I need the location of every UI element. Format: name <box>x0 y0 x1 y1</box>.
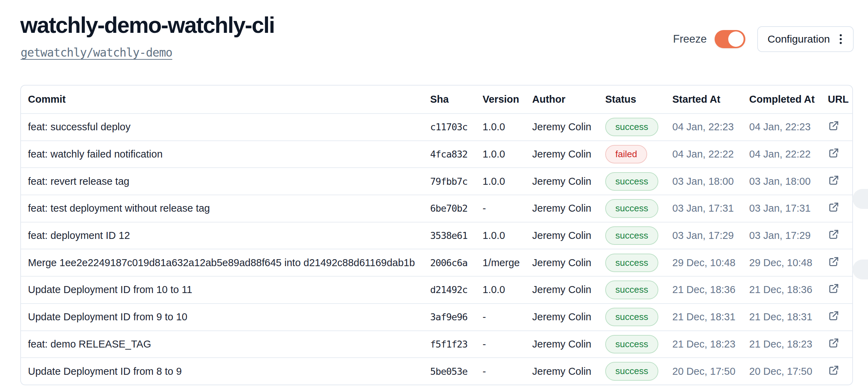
status-badge: success <box>605 254 658 272</box>
url-cell <box>828 120 852 134</box>
version-cell: - <box>483 366 532 377</box>
sha-cell: f5f1f23 <box>430 339 483 350</box>
status-badge: success <box>605 362 658 380</box>
completed-at-cell: 21 Dec, 18:23 <box>749 338 828 350</box>
configuration-button[interactable]: Configuration <box>757 26 854 52</box>
author-cell: Jeremy Colin <box>532 257 605 269</box>
status-cell: success <box>605 199 672 218</box>
completed-at-cell: 04 Jan, 22:23 <box>749 121 828 133</box>
status-cell: success <box>605 280 672 299</box>
external-link-icon <box>828 283 840 294</box>
version-cell: 1.0.0 <box>483 176 532 187</box>
commit-cell: Merge 1ee2e2249187c019d81a632a12ab5e89ad… <box>21 257 430 269</box>
url-cell <box>828 228 852 243</box>
author-cell: Jeremy Colin <box>532 230 605 241</box>
author-cell: Jeremy Colin <box>532 338 605 350</box>
completed-at-cell: 21 Dec, 18:36 <box>749 284 828 295</box>
external-link[interactable] <box>828 201 840 213</box>
commit-cell: Update Deployment ID from 8 to 9 <box>21 366 430 377</box>
completed-at-cell: 29 Dec, 10:48 <box>749 257 828 269</box>
started-at-cell: 21 Dec, 18:31 <box>672 311 749 323</box>
external-link-icon <box>828 256 840 268</box>
started-at-cell: 21 Dec, 18:23 <box>672 338 749 350</box>
floating-edge-tab[interactable] <box>853 260 868 279</box>
repo-link[interactable]: getwatchly/watchly-demo <box>21 46 172 59</box>
started-at-cell: 04 Jan, 22:22 <box>672 148 749 160</box>
table-row: Update Deployment ID from 9 to 103af9e96… <box>21 304 852 331</box>
external-link[interactable] <box>828 228 840 240</box>
version-cell: 1.0.0 <box>483 148 532 160</box>
sha-cell: 6be70b2 <box>430 203 483 214</box>
status-badge: success <box>605 226 658 245</box>
column-header-started-at: Started At <box>672 94 749 105</box>
freeze-toggle[interactable] <box>715 30 745 48</box>
freeze-label: Freeze <box>673 33 707 45</box>
commit-cell: Update Deployment ID from 9 to 10 <box>21 311 430 323</box>
status-badge: success <box>605 308 658 326</box>
url-cell <box>828 201 852 216</box>
header-controls: Freeze Configuration <box>673 26 854 52</box>
external-link[interactable] <box>828 364 840 376</box>
version-cell: 1.0.0 <box>483 284 532 295</box>
author-cell: Jeremy Colin <box>532 121 605 133</box>
column-header-version: Version <box>483 94 532 105</box>
table-body: feat: successful deployc11703c1.0.0Jerem… <box>21 114 852 385</box>
external-link[interactable] <box>828 147 840 159</box>
status-cell: success <box>605 335 672 353</box>
external-link-icon <box>828 364 840 376</box>
version-cell: - <box>483 338 532 350</box>
completed-at-cell: 04 Jan, 22:22 <box>749 148 828 160</box>
version-cell: 1.0.0 <box>483 230 532 241</box>
status-cell: failed <box>605 145 672 163</box>
external-link[interactable] <box>828 337 840 349</box>
started-at-cell: 03 Jan, 17:31 <box>672 203 749 214</box>
table-row: Update Deployment ID from 10 to 11d21492… <box>21 277 852 304</box>
status-badge: success <box>605 118 658 136</box>
status-cell: success <box>605 118 672 136</box>
status-badge: failed <box>605 145 647 163</box>
configuration-label: Configuration <box>768 33 830 45</box>
version-cell: 1/merge <box>483 257 532 269</box>
sha-cell: c11703c <box>430 122 483 132</box>
external-link-icon <box>828 337 840 349</box>
commit-cell: feat: revert release tag <box>21 176 430 187</box>
sha-cell: 4fca832 <box>430 149 483 160</box>
url-cell <box>828 283 852 297</box>
sha-cell: 3538e61 <box>430 230 483 241</box>
version-cell: 1.0.0 <box>483 121 532 133</box>
external-link-icon <box>828 174 840 186</box>
url-cell <box>828 147 852 161</box>
author-cell: Jeremy Colin <box>532 203 605 214</box>
author-cell: Jeremy Colin <box>532 284 605 295</box>
sha-cell: 79fbb7c <box>430 176 483 187</box>
status-cell: success <box>605 226 672 245</box>
table-row: feat: demo RELEASE_TAGf5f1f23-Jeremy Col… <box>21 331 852 358</box>
deployments-page: watchly-demo-watchly-cli getwatchly/watc… <box>0 0 868 387</box>
commit-cell: feat: test deployment without release ta… <box>21 203 430 214</box>
status-badge: success <box>605 172 658 191</box>
floating-edge-tab[interactable] <box>853 189 868 209</box>
external-link[interactable] <box>828 310 840 322</box>
completed-at-cell: 03 Jan, 18:00 <box>749 176 828 187</box>
completed-at-cell: 03 Jan, 17:31 <box>749 203 828 214</box>
external-link[interactable] <box>828 283 840 294</box>
sha-cell: 5be053e <box>430 366 483 377</box>
table-row: feat: watchly failed notification4fca832… <box>21 141 852 168</box>
table-header-row: Commit Sha Version Author Status Started… <box>21 86 852 114</box>
external-link[interactable] <box>828 256 840 268</box>
author-cell: Jeremy Colin <box>532 366 605 377</box>
table-row: feat: test deployment without release ta… <box>21 195 852 222</box>
url-cell <box>828 256 852 270</box>
table-row: feat: successful deployc11703c1.0.0Jerem… <box>21 114 852 141</box>
started-at-cell: 04 Jan, 22:23 <box>672 121 749 133</box>
started-at-cell: 20 Dec, 17:50 <box>672 366 749 377</box>
column-header-sha: Sha <box>430 94 483 105</box>
table-row: feat: revert release tag79fbb7c1.0.0Jere… <box>21 168 852 195</box>
started-at-cell: 03 Jan, 18:00 <box>672 176 749 187</box>
sha-cell: 3af9e96 <box>430 312 483 322</box>
external-link[interactable] <box>828 174 840 186</box>
status-cell: success <box>605 362 672 380</box>
completed-at-cell: 20 Dec, 17:50 <box>749 366 828 377</box>
external-link-icon <box>828 228 840 240</box>
external-link[interactable] <box>828 120 840 132</box>
